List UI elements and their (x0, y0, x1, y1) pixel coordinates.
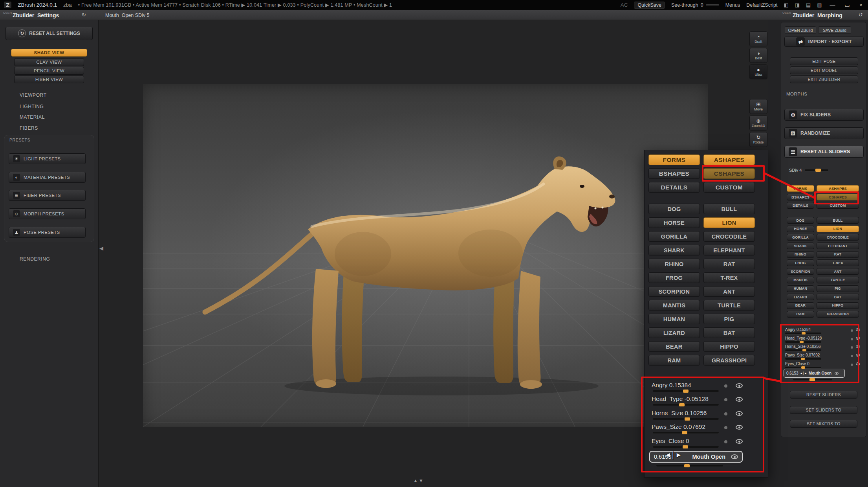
animal-button-frog[interactable]: FROG (648, 272, 700, 283)
mini-tab-ashapes[interactable]: ASHAPES (817, 185, 859, 192)
sdiv-slider[interactable]: SDiv 4 (789, 167, 860, 173)
minimize-button[interactable]: — (828, 2, 837, 8)
tab-forms[interactable]: FORMS (648, 154, 700, 165)
shade-view-button[interactable]: SHADE VIEW (11, 49, 87, 57)
reset-sliders-button[interactable]: RESET SLIDERS (790, 391, 857, 399)
mini-animal-button-scorpion[interactable]: SCORPION (787, 268, 814, 275)
menus-button[interactable]: Menus (725, 2, 740, 8)
eye-icon[interactable] (736, 383, 743, 388)
slider-eyes-close-handle[interactable] (683, 445, 688, 448)
mini-tab-bshapes[interactable]: BSHAPES (787, 194, 814, 200)
defaultzscript-button[interactable]: DefaultZScript (746, 2, 777, 8)
mini-tab-custom[interactable]: CUSTOM (817, 202, 859, 209)
save-zbuild-button[interactable]: SAVE ZBuild (818, 26, 851, 34)
material-presets-button[interactable]: ◐ MATERIAL PRESETS (9, 172, 86, 183)
mini-animal-button-lion[interactable]: LION (817, 226, 859, 232)
mini-animal-button-frog[interactable]: FROG (787, 259, 814, 266)
set-mixers-to-button[interactable]: SET MIXERS TO (790, 420, 857, 428)
section-fibers[interactable]: FIBERS (20, 125, 38, 131)
maximize-button[interactable]: ▭ (843, 2, 852, 8)
render-draft-button[interactable]: ◔ Draft (749, 31, 767, 46)
layout-b-icon[interactable]: ▥ (817, 2, 822, 8)
animal-button-hippo[interactable]: HIPPO (703, 341, 755, 352)
slider-dot[interactable] (724, 384, 727, 388)
mini-eye-icon[interactable] (856, 337, 860, 340)
mini-slider-dot[interactable] (851, 329, 853, 332)
slider-dot[interactable] (724, 426, 727, 429)
animal-button-ant[interactable]: ANT (703, 286, 755, 297)
mini-slider-paws-size[interactable]: Paws_Size 0.07692 (784, 353, 863, 361)
section-rendering[interactable]: RENDERING (20, 256, 50, 262)
morph-presets-button[interactable]: ☺ MORPH PRESETS (9, 208, 86, 219)
mini-slider-paws-size-handle[interactable] (801, 358, 805, 360)
mini-slider-dot[interactable] (851, 338, 853, 340)
mini-slider-eyes-close[interactable]: Eyes_Close 0 (784, 362, 863, 369)
mini-animal-button-ant[interactable]: ANT (817, 268, 859, 275)
mini-slider-dot[interactable] (851, 364, 853, 366)
eye-icon[interactable] (736, 439, 743, 444)
mini-animal-button-bull[interactable]: BULL (817, 217, 859, 224)
mini-slider-dot[interactable] (851, 355, 853, 357)
sdiv-handle[interactable] (815, 169, 821, 172)
slider-angry[interactable]: Angry 0.15384 (650, 382, 763, 394)
refresh-icon[interactable]: ↻ (82, 12, 86, 18)
section-lighting[interactable]: LIGHTING (20, 104, 44, 109)
mini-slider-angry[interactable]: Angry 0.15384 (784, 327, 863, 335)
animal-button-pig[interactable]: PIG (703, 314, 755, 324)
edit-pose-button[interactable]: EDIT POSE (790, 57, 858, 65)
mini-animal-button-bear[interactable]: BEAR (787, 302, 814, 309)
section-material[interactable]: MATERIAL (20, 114, 45, 120)
animal-button-scorpion[interactable]: SCORPION (648, 286, 700, 297)
timeline-scroll-arrows[interactable]: ▲▼ (413, 478, 424, 483)
tab-details[interactable]: DETAILS (648, 182, 700, 193)
mini-animal-button-horse[interactable]: HORSE (787, 226, 814, 232)
mini-slider-dot[interactable] (851, 346, 853, 349)
collapse-left-handle[interactable]: ◀ (99, 245, 103, 251)
animal-button-mantis[interactable]: MANTIS (648, 300, 700, 311)
mini-slider-horns-size[interactable]: Horns_Size 0.10256 (784, 344, 863, 352)
mini-animal-button-mantis[interactable]: MANTIS (787, 277, 814, 283)
slider-horns-size[interactable]: Horns_Size 0.10256 (650, 410, 763, 422)
fix-sliders-button[interactable]: ⚙ FIX SLIDERS (784, 109, 864, 121)
mini-animal-button-ram[interactable]: RAM (787, 311, 814, 318)
reset-all-settings-button[interactable]: ↻ RESET ALL SETTINGS (5, 27, 93, 40)
animal-button-grasshopper[interactable]: GRASSHOPI (703, 355, 755, 366)
eye-icon[interactable] (736, 425, 743, 430)
close-button[interactable]: × (858, 2, 864, 8)
slider-angry-handle[interactable] (683, 390, 689, 393)
animal-button-bat[interactable]: BAT (703, 327, 755, 338)
open-zbuild-button[interactable]: OPEN ZBuild (785, 26, 816, 34)
mini-animal-button-crocodile[interactable]: CROCODILE (817, 234, 859, 241)
animal-button-dog[interactable]: DOG (648, 204, 700, 214)
slider-dot[interactable] (724, 398, 727, 401)
mini-eye-icon[interactable] (856, 354, 860, 357)
layout-a-icon[interactable]: ▤ (806, 2, 811, 8)
light-presets-button[interactable]: ☀ LIGHT PRESETS (9, 153, 86, 164)
pose-presets-button[interactable]: ♟ POSE PRESETS (9, 227, 86, 238)
see-through-slider[interactable] (706, 4, 719, 6)
tab-ashapes[interactable]: ASHAPES (703, 154, 755, 165)
tab-cshapes[interactable]: CSHAPES (703, 168, 755, 179)
fiber-view-button[interactable]: FIBER VIEW (14, 75, 84, 83)
mini-animal-button-grasshopper[interactable]: GRASSHOPI (817, 311, 859, 318)
mini-eye-icon[interactable] (856, 328, 860, 331)
animal-button-rat[interactable]: RAT (703, 259, 755, 269)
mini-animal-button-pig[interactable]: PIG (817, 285, 859, 292)
animal-button-turtle[interactable]: TURTLE (703, 300, 755, 311)
section-viewport[interactable]: VIEWPORT (20, 92, 47, 98)
slider-paws-size-handle[interactable] (682, 431, 687, 434)
slider-eyes-close[interactable]: Eyes_Close 0 (650, 437, 763, 450)
animal-button-rhino[interactable]: RHINO (648, 259, 700, 269)
zoom3d-tool-button[interactable]: ⊕ Zoom3D (749, 116, 767, 130)
animal-button-gorilla[interactable]: GORILLA (648, 231, 700, 242)
tab-bshapes[interactable]: BSHAPES (648, 168, 700, 179)
mini-slider-head-type-handle[interactable] (800, 341, 804, 343)
mini-eye-icon[interactable] (856, 362, 860, 365)
mini-animal-button-dog[interactable]: DOG (787, 217, 814, 224)
eye-icon[interactable] (736, 411, 743, 416)
animal-button-bear[interactable]: BEAR (648, 341, 700, 352)
mini-animal-button-human[interactable]: HUMAN (787, 285, 814, 292)
animal-button-human[interactable]: HUMAN (648, 314, 700, 324)
slider-paws-size[interactable]: Paws_Size 0.07692 (650, 423, 763, 436)
animal-button-bull[interactable]: BULL (703, 204, 755, 214)
